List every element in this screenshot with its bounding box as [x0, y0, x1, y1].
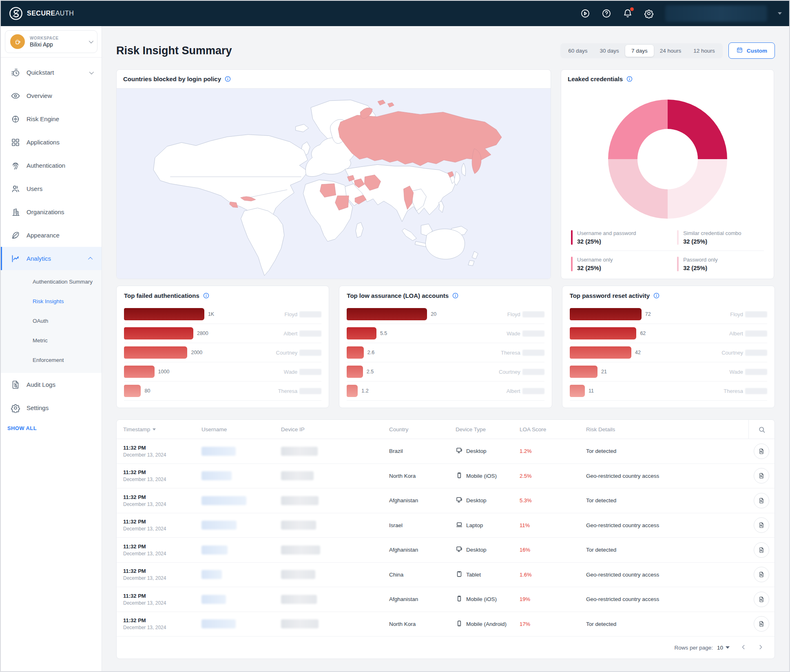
- info-icon[interactable]: [653, 292, 660, 299]
- rows-per-page-select[interactable]: 10: [717, 645, 730, 651]
- play-circle-button[interactable]: [580, 8, 591, 19]
- sidebar-item-analytics[interactable]: Analytics: [1, 247, 102, 270]
- column-header-loa-score[interactable]: LOA Score: [520, 426, 586, 432]
- row-details-button[interactable]: [754, 493, 769, 508]
- brand: SECUREAUTH: [9, 7, 74, 20]
- blurred-username: [201, 521, 237, 530]
- range-button-7-days[interactable]: 7 days: [625, 45, 654, 57]
- column-header-username[interactable]: Username: [201, 426, 281, 432]
- account-caret-down-icon[interactable]: [778, 12, 782, 15]
- table-row[interactable]: 11:32 PMDecember 13, 2024AfghanistanDesk…: [117, 488, 775, 513]
- sidebar-item-organizations[interactable]: Organizations: [1, 200, 102, 224]
- cell-timestamp: 11:32 PMDecember 13, 2024: [117, 494, 201, 507]
- table-row[interactable]: 11:32 PMDecember 13, 2024North KoraMobil…: [117, 612, 775, 637]
- next-page-button[interactable]: [757, 644, 764, 652]
- sidebar-item-audit-logs[interactable]: Audit Logs: [1, 373, 102, 396]
- info-icon[interactable]: [224, 75, 231, 82]
- bar-category-label: Wade: [730, 369, 743, 375]
- bar-card-title: Top low assurance (LOA) accounts: [347, 292, 449, 299]
- blurred-device-ip: [281, 570, 315, 579]
- show-all-link[interactable]: SHOW ALL: [7, 425, 102, 431]
- donut-legend: Username and password32 (25%)Similar cre…: [561, 230, 774, 279]
- column-header-timestamp[interactable]: Timestamp: [117, 426, 201, 432]
- range-button-24-hours[interactable]: 24 hours: [654, 45, 688, 57]
- sidebar-subitem-metric[interactable]: Metric: [1, 330, 102, 350]
- bar-row: 62Albert: [570, 324, 767, 343]
- user-account-blurred[interactable]: [665, 5, 767, 22]
- feather-icon: [11, 231, 20, 240]
- bar: [570, 308, 642, 320]
- range-button-60-days[interactable]: 60 days: [562, 45, 593, 57]
- row-details-button[interactable]: [754, 567, 769, 582]
- blurred-username: [201, 595, 226, 604]
- info-icon[interactable]: [626, 75, 633, 82]
- sidebar-item-settings[interactable]: Settings: [1, 396, 102, 419]
- table-row[interactable]: 11:32 PMDecember 13, 2024IsraelLaptop11%…: [117, 513, 775, 538]
- column-header-device-type[interactable]: Device Type: [456, 426, 520, 432]
- sidebar-item-users[interactable]: Users: [1, 177, 102, 200]
- row-details-button[interactable]: [754, 444, 769, 459]
- legend-item-username-and-password: Username and password32 (25%): [571, 230, 677, 245]
- sidebar-item-appearance[interactable]: Appearance: [1, 224, 102, 247]
- cell-risk-details: Geo-restricted country access: [586, 522, 748, 528]
- sidebar-item-label: Audit Logs: [27, 381, 93, 388]
- row-details-button[interactable]: [754, 517, 769, 533]
- sidebar-subitem-oauth[interactable]: OAuth: [1, 311, 102, 330]
- bar-row: 5.5Wade: [347, 324, 544, 343]
- bar-value: 2800: [197, 330, 208, 336]
- notifications-bell-button[interactable]: [623, 8, 633, 19]
- row-details-button[interactable]: [754, 616, 769, 632]
- column-header-country[interactable]: Country: [389, 426, 456, 432]
- row-details-button[interactable]: [754, 468, 769, 483]
- cell-device-ip: [281, 447, 389, 456]
- bar-row: 1KFloyd: [124, 305, 321, 324]
- sidebar-item-risk-engine[interactable]: Risk Engine: [1, 107, 102, 131]
- bar-value: 5.5: [380, 330, 387, 336]
- cell-device-type: Mobile (iOS): [456, 595, 520, 603]
- table-row[interactable]: 11:32 PMDecember 13, 2024AfghanistanMobi…: [117, 587, 775, 612]
- table-row[interactable]: 11:32 PMDecember 13, 2024BrazilDesktop1.…: [117, 439, 775, 464]
- bar-category-label: Courtney: [276, 350, 298, 356]
- bar: [347, 327, 376, 339]
- custom-range-button[interactable]: Custom: [728, 42, 775, 59]
- sidebar-subitem-enforcement[interactable]: Enforcement: [1, 350, 102, 370]
- info-icon[interactable]: [452, 292, 459, 299]
- column-header-risk-details[interactable]: Risk Details: [586, 426, 748, 432]
- sidebar-item-overview[interactable]: Overview: [1, 84, 102, 107]
- sidebar-item-quickstart[interactable]: Quickstart: [1, 61, 102, 84]
- bar-category-label: Albert: [507, 388, 520, 394]
- chevron-down-icon: [89, 69, 94, 74]
- sidebar-item-authentication[interactable]: Authentication: [1, 154, 102, 177]
- previous-page-button[interactable]: [740, 644, 747, 652]
- table-row[interactable]: 11:32 PMDecember 13, 2024ChinaTablet1.6%…: [117, 563, 775, 588]
- blurred-name-pill: [522, 369, 544, 375]
- row-details-button[interactable]: [754, 542, 769, 558]
- map-philippines: [438, 201, 444, 213]
- sidebar-subitem-risk-insights[interactable]: Risk Insights: [1, 291, 102, 311]
- workspace-switcher[interactable]: WORKSPACE Bilixi App: [5, 30, 97, 53]
- legend-color-bar: [677, 230, 679, 245]
- bar: [347, 308, 427, 320]
- bar-value: 1000: [158, 369, 170, 375]
- range-button-30-days[interactable]: 30 days: [594, 45, 625, 57]
- column-header-device-ip[interactable]: Device IP: [281, 426, 389, 432]
- info-icon[interactable]: [203, 292, 210, 299]
- table-row[interactable]: 11:32 PMDecember 13, 2024AfghanistanDesk…: [117, 538, 775, 563]
- table-search-button[interactable]: [748, 420, 775, 439]
- rows-per-page-label: Rows per page:: [674, 645, 713, 651]
- sidebar-subitem-authentication-summary[interactable]: Authentication Summary: [1, 272, 102, 291]
- row-details-button[interactable]: [754, 592, 769, 607]
- range-button-12-hours[interactable]: 12 hours: [687, 45, 721, 57]
- cell-device-ip: [281, 570, 389, 579]
- eye-icon: [11, 91, 20, 101]
- sidebar-item-applications[interactable]: Applications: [1, 131, 102, 154]
- bar-row: 2.5Courtney: [347, 362, 544, 381]
- settings-gear-button[interactable]: [644, 8, 655, 19]
- cell-country: Afghanistan: [389, 497, 456, 503]
- workspace-label: WORKSPACE: [30, 36, 84, 40]
- legend-label: Username only: [577, 257, 613, 263]
- help-button[interactable]: [602, 8, 612, 19]
- table-row[interactable]: 11:32 PMDecember 13, 2024North KoraMobil…: [117, 464, 775, 489]
- legend-color-bar: [677, 257, 679, 271]
- map-japan: [454, 171, 460, 185]
